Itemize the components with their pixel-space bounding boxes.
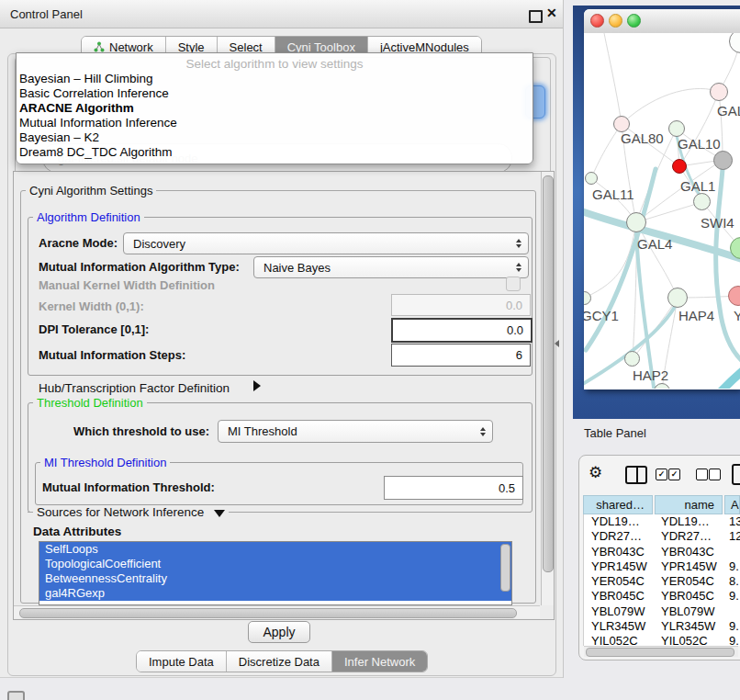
table-row[interactable]: YLR345WYLR345W9. <box>584 619 740 634</box>
mi-threshold-label: Mutual Information Threshold: <box>42 480 215 494</box>
mi-threshold-value: 0.5 <box>499 481 515 495</box>
table-row[interactable]: YDL19…YDL19…13 <box>584 514 740 529</box>
network-node[interactable] <box>626 212 646 232</box>
settings-vscroll-thumb[interactable] <box>543 175 554 572</box>
mi-type-value: Naive Bayes <box>263 261 331 275</box>
hub-expand-arrow-icon[interactable] <box>253 380 261 391</box>
settings-vertical-scrollbar[interactable] <box>541 172 554 605</box>
network-node[interactable] <box>667 288 688 308</box>
table-cell: YLR345W <box>661 619 715 633</box>
network-node[interactable] <box>693 193 711 210</box>
data-attribute-item[interactable]: gal4RGexp <box>39 586 511 601</box>
checkbox-unchecked-icon[interactable] <box>709 469 721 480</box>
settings-horizontal-scrollbar[interactable] <box>14 605 540 618</box>
table-row[interactable]: YBR045CYBR045C9. <box>584 589 740 604</box>
table-body[interactable]: YDL19…YDL19…13YDR27…YDR27…12YBR043CYBR04… <box>583 514 740 646</box>
table-hscroll-thumb[interactable] <box>586 648 734 657</box>
table-row[interactable]: YER054CYER054C8. <box>584 574 740 589</box>
cyni-algorithm-settings-title: Cyni Algorithm Settings <box>26 184 156 198</box>
table-cell: YDR27… <box>661 529 712 543</box>
algorithm-popup-item[interactable]: ARACNE Algorithm <box>19 101 530 116</box>
algorithm-popup-item[interactable]: Dream8 DC_TDC Algorithm <box>19 145 530 160</box>
table-row[interactable]: YDR27…YDR27…12 <box>584 529 740 544</box>
column-header-name[interactable]: name <box>655 495 723 514</box>
which-threshold-label: Which threshold to use: <box>73 424 209 438</box>
table-horizontal-scrollbar[interactable] <box>584 646 738 657</box>
algorithm-popup-list: Bayesian – Hill ClimbingBasic Correlatio… <box>19 72 530 160</box>
combo-stepper-icon <box>516 239 521 248</box>
tab-discretize-data[interactable]: Discretize Data <box>227 651 332 672</box>
kernel-width-value: 0.0 <box>506 299 522 312</box>
restore-panel-icon[interactable] <box>7 691 25 700</box>
dpi-tolerance-field[interactable]: 0.0 <box>391 318 533 343</box>
algorithm-popup-item[interactable]: Mutual Information Inference <box>19 116 530 130</box>
columns-icon[interactable] <box>625 466 647 484</box>
table-panel-title: Table Panel <box>584 426 646 440</box>
tab-impute-data-label: Impute Data <box>149 655 214 669</box>
mac-minimize-button[interactable] <box>609 14 622 28</box>
close-icon[interactable]: ✕ <box>546 6 557 20</box>
aracne-mode-combobox[interactable]: Discovery <box>123 232 529 254</box>
apply-button-label: Apply <box>263 625 295 639</box>
network-node[interactable] <box>713 151 733 170</box>
kernel-width-field[interactable]: 0.0 <box>391 294 531 316</box>
node-label: HAP2 <box>633 367 668 383</box>
network-node[interactable] <box>668 120 685 137</box>
node-label: GAL4 <box>637 236 672 252</box>
data-attribute-item[interactable]: TopologicalCoefficient <box>39 557 511 571</box>
data-attribute-item[interactable]: BetweennessCentrality <box>39 571 511 586</box>
table-row[interactable]: YPR145WYPR145W9. <box>584 559 740 574</box>
attributes-scrollbar-thumb[interactable] <box>500 544 510 592</box>
sources-collapse-arrow-icon[interactable] <box>214 510 225 517</box>
table-cell: YLR345W <box>591 619 645 633</box>
algorithm-definition-title: Algorithm Definition <box>33 210 144 224</box>
table-cell: YPR145W <box>591 559 647 573</box>
tab-infer-network[interactable]: Infer Network <box>332 651 427 672</box>
table-cell: YBL079W <box>591 604 645 618</box>
column-header-shared[interactable]: shared… <box>583 495 653 514</box>
mi-steps-field[interactable]: 6 <box>391 344 531 367</box>
node-label: GAL10 <box>678 136 721 152</box>
node-label: HAP4 <box>678 308 714 323</box>
table-cell: 9. <box>729 619 739 633</box>
hub-definition-label: Hub/Transcription Factor Definition <box>39 381 230 395</box>
data-attributes-list[interactable]: SelfLoopsTopologicalCoefficientBetweenne… <box>39 541 512 605</box>
column-header-clipped[interactable]: A <box>724 495 740 514</box>
mi-threshold-field[interactable]: 0.5 <box>384 476 523 500</box>
table-cell: YDL19… <box>661 514 710 528</box>
table-row[interactable]: YIL052CYIL052C9. <box>584 634 740 646</box>
control-panel-titlebar: Control Panel ✕ <box>0 0 563 28</box>
kernel-width-label: Kernel Width (0,1): <box>39 299 144 313</box>
mac-close-button[interactable] <box>590 14 604 28</box>
combo-stepper-icon <box>516 263 521 272</box>
algorithm-popup-item[interactable]: Basic Correlation Inference <box>19 86 530 101</box>
apply-button[interactable]: Apply <box>248 621 310 643</box>
network-node[interactable] <box>585 172 598 185</box>
network-node-selected[interactable] <box>672 159 687 174</box>
table-row[interactable]: YBR043CYBR043C <box>584 545 740 559</box>
tab-impute-data[interactable]: Impute Data <box>137 651 227 672</box>
float-window-icon[interactable] <box>529 10 543 23</box>
gear-icon[interactable]: ⚙ <box>589 463 602 482</box>
which-threshold-combobox[interactable]: MI Threshold <box>218 420 493 443</box>
settings-hscroll-thumb[interactable] <box>19 608 517 618</box>
checkbox-unchecked-icon[interactable] <box>696 469 708 480</box>
checkbox-checked-icon[interactable]: ✓ <box>656 469 667 480</box>
algorithm-popup-item[interactable]: Bayesian – Hill Climbing <box>19 72 530 86</box>
panel-splitter-handle[interactable] <box>555 340 559 347</box>
algorithm-popup-item[interactable]: Bayesian – K2 <box>19 130 530 145</box>
table-cell: YER054C <box>591 574 645 588</box>
manual-kernel-label: Manual Kernel Width Definition <box>39 278 215 292</box>
data-attribute-item[interactable]: SelfLoops <box>39 542 511 557</box>
table-cell: YBR045C <box>591 589 645 603</box>
mi-type-combobox[interactable]: Naive Bayes <box>253 256 529 278</box>
network-node[interactable] <box>624 351 640 367</box>
clipped-toolbar-icon[interactable] <box>732 464 740 485</box>
mac-zoom-button[interactable] <box>627 14 641 28</box>
table-row[interactable]: YBL079WYBL079W <box>584 604 740 619</box>
table-cell: YER054C <box>661 574 714 588</box>
network-canvas[interactable]: GAL GAL80 GAL10 GAL11 GAL1 SWI4 GAL4 GCY… <box>584 33 740 389</box>
checkbox-checked-icon[interactable]: ✓ <box>668 469 680 480</box>
manual-kernel-checkbox[interactable] <box>506 277 521 291</box>
network-node[interactable] <box>710 83 728 101</box>
